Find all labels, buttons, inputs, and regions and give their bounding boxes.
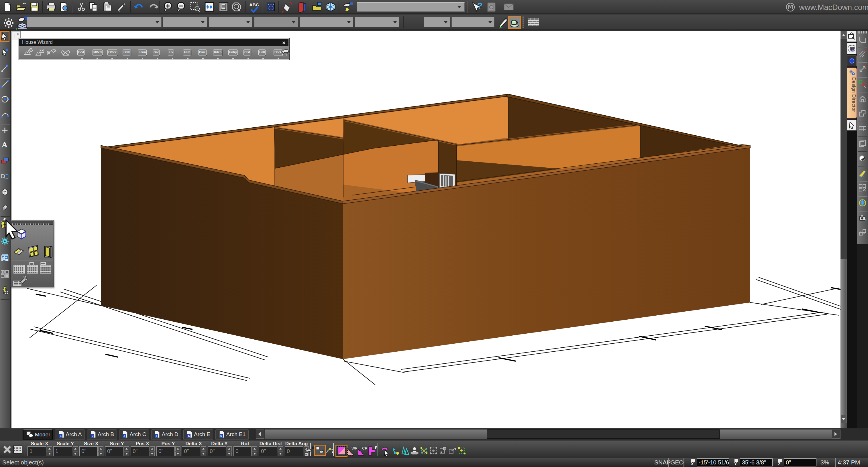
svg-text:1: 1 xyxy=(60,434,62,437)
svg-text:3: 3 xyxy=(123,434,125,437)
svg-text:CP: CP xyxy=(362,446,367,451)
svg-text:2: 2 xyxy=(92,434,93,437)
svg-text:ABC: ABC xyxy=(249,2,259,7)
svg-text:x: x xyxy=(282,10,284,12)
svg-text:4: 4 xyxy=(156,434,158,437)
svg-text:A: A xyxy=(2,140,8,149)
svg-text:WP: WP xyxy=(351,446,357,451)
svg-text:?: ? xyxy=(477,1,482,10)
svg-text:D: D xyxy=(1,173,5,179)
svg-text:6: 6 xyxy=(220,434,222,437)
svg-text:5: 5 xyxy=(188,434,190,437)
svg-text:F: F xyxy=(375,445,377,450)
svg-text:Y: Y xyxy=(290,2,292,6)
